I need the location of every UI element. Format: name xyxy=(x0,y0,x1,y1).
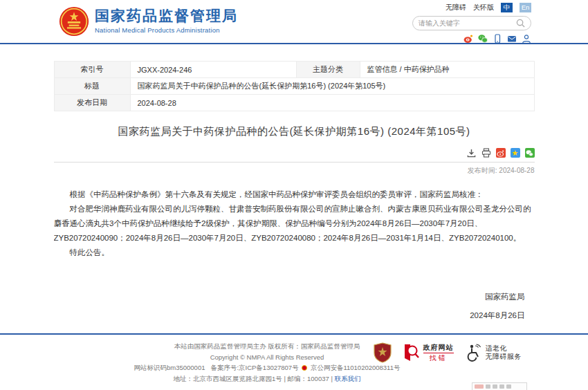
wechat-icon[interactable] xyxy=(478,34,488,44)
header-utilities: 无障碍 关怀版 中 En xyxy=(351,3,531,44)
footer-icp: 备案序号:京ICP备13027807号 xyxy=(210,364,298,371)
mini-toolbar-item[interactable] xyxy=(486,384,490,389)
article-body: 根据《中药品种保护条例》第十六条及有关规定，经国家中药品种保护审评委员会组织的委… xyxy=(54,187,535,260)
publish-time-value: 2024-08-28 xyxy=(499,167,534,174)
publish-time-label: 发布时间: xyxy=(468,167,497,174)
publish-time: 发布时间: 2024-08-28 xyxy=(54,166,535,176)
footer-registration-line: 网站标识码bm35000001 备案序号:京ICP备13027807号 京公网安… xyxy=(116,362,418,373)
logo-titles: 国家药品监督管理局 National Medical Products Admi… xyxy=(95,8,238,34)
meta-topic-value: 监管信息 / 中药保护品种 xyxy=(360,62,534,78)
footer-badges: 政府网站 找错 适老化 无障碍服务 xyxy=(374,342,522,363)
social-icons xyxy=(351,34,531,44)
badge-access-sub: 无障碍服务 xyxy=(486,353,522,361)
floating-mini-toolbar[interactable] xyxy=(472,382,527,390)
gov-site-error-check-badge[interactable]: 政府网站 找错 xyxy=(403,344,454,362)
mini-toolbar-item[interactable] xyxy=(499,384,504,389)
badge-error-main: 政府网站 xyxy=(423,344,454,352)
article-tools: ★ xyxy=(54,148,535,162)
meta-title-value: 国家药监局关于中药保护品种的公告(延长保护期第16号) (2024年第105号) xyxy=(130,78,534,95)
site-header: 国家药品监督管理局 National Medical Products Admi… xyxy=(0,0,588,43)
table-row: 标题 国家药监局关于中药保护品种的公告(延长保护期第16号) (2024年第10… xyxy=(54,78,534,95)
paragraph: 特此公告。 xyxy=(54,245,535,260)
meta-index-value: JGXX-2024-246 xyxy=(130,62,296,78)
top-links: 无障碍 关怀版 中 En xyxy=(351,3,531,12)
site-subtitle: National Medical Products Administration xyxy=(95,26,238,34)
search-input[interactable] xyxy=(419,19,516,27)
document-meta-table: 索引号 JGXX-2024-246 主题分类 监管信息 / 中药保护品种 标题 … xyxy=(54,61,535,111)
badge-access-main: 适老化 xyxy=(486,344,522,353)
footer-postcode: 邮编：100037 xyxy=(288,375,329,382)
signature-agency: 国家药监局 xyxy=(54,292,525,302)
gov-shield-icon[interactable] xyxy=(374,342,392,363)
share-wechat-icon[interactable] xyxy=(525,148,535,158)
phone-icon[interactable] xyxy=(493,34,502,44)
contact-us-link[interactable]: 联系我们 xyxy=(335,375,361,382)
mini-toolbar-item[interactable] xyxy=(506,384,511,389)
article-content: 索引号 JGXX-2024-246 主题分类 监管信息 / 中药保护品种 标题 … xyxy=(54,44,535,333)
share-qzone-icon[interactable]: ★ xyxy=(511,148,520,158)
table-row: 索引号 JGXX-2024-246 主题分类 监管信息 / 中药保护品种 xyxy=(54,62,534,78)
paragraph: 根据《中药品种保护条例》第十六条及有关规定，经国家中药品种保护审评委员会组织的委… xyxy=(54,187,535,202)
page: 国家药品监督管理局 National Medical Products Admi… xyxy=(0,0,588,390)
meta-date-label: 发布日期 xyxy=(54,95,130,111)
site-title: 国家药品监督管理局 xyxy=(95,8,238,24)
meta-index-label: 索引号 xyxy=(54,62,130,78)
badge-error-sub: 找错 xyxy=(423,353,454,362)
lang-en-button[interactable]: En xyxy=(520,3,531,12)
wheelchair-icon xyxy=(466,344,482,362)
mini-toolbar-item[interactable] xyxy=(493,384,497,389)
paragraph: 对合肥华润神鹿药业有限公司的儿泻停颗粒、甘肃普安制药股份有限公司的宣肺止嗽合剂、… xyxy=(54,202,535,245)
footer-site-code: 网站标识码bm35000001 xyxy=(134,364,205,371)
meta-topic-label: 主题分类 xyxy=(296,62,360,78)
care-version-link[interactable]: 关怀版 xyxy=(473,3,494,12)
accessibility-link[interactable]: 无障碍 xyxy=(445,3,466,12)
mail-icon[interactable] xyxy=(507,34,517,44)
nmpa-emblem-icon xyxy=(59,6,89,37)
signature-date: 2024年8月26日 xyxy=(54,310,525,321)
search-icon[interactable] xyxy=(516,19,525,28)
footer-police: 京公网安备11010202008311号 xyxy=(311,364,401,371)
site-footer: 本站由国家药品监督管理局主办 版权所有：国家药品监督管理局 Copyright … xyxy=(0,333,588,390)
meta-title-label: 标题 xyxy=(54,78,130,95)
weibo-icon[interactable] xyxy=(463,34,473,44)
download-icon[interactable] xyxy=(467,148,477,158)
footer-address-line: 地址：北京市西城区展览路北露园1号 | 邮编：100037 | 联系我们 xyxy=(116,373,418,384)
print-icon[interactable] xyxy=(481,148,491,158)
mini-toolbar-item[interactable] xyxy=(475,384,484,389)
footer-address: 地址：北京市西城区展览路北露园1号 xyxy=(174,375,282,382)
accessibility-service-badge[interactable]: 适老化 无障碍服务 xyxy=(466,344,522,362)
table-row: 发布日期 2024-08-28 xyxy=(54,95,534,111)
error-check-icon xyxy=(403,344,420,362)
share-weibo-icon[interactable] xyxy=(496,148,506,158)
lang-zh-button[interactable]: 中 xyxy=(501,3,513,12)
search-box xyxy=(412,16,531,30)
page-title: 国家药监局关于中药保护品种的公告(延长保护期第16号) (2024年第105号) xyxy=(54,125,535,138)
user-icon[interactable] xyxy=(522,34,531,44)
signature-block: 国家药监局 2024年8月26日 xyxy=(54,292,535,321)
police-badge-icon xyxy=(302,365,307,371)
meta-date-value: 2024-08-28 xyxy=(130,95,534,111)
